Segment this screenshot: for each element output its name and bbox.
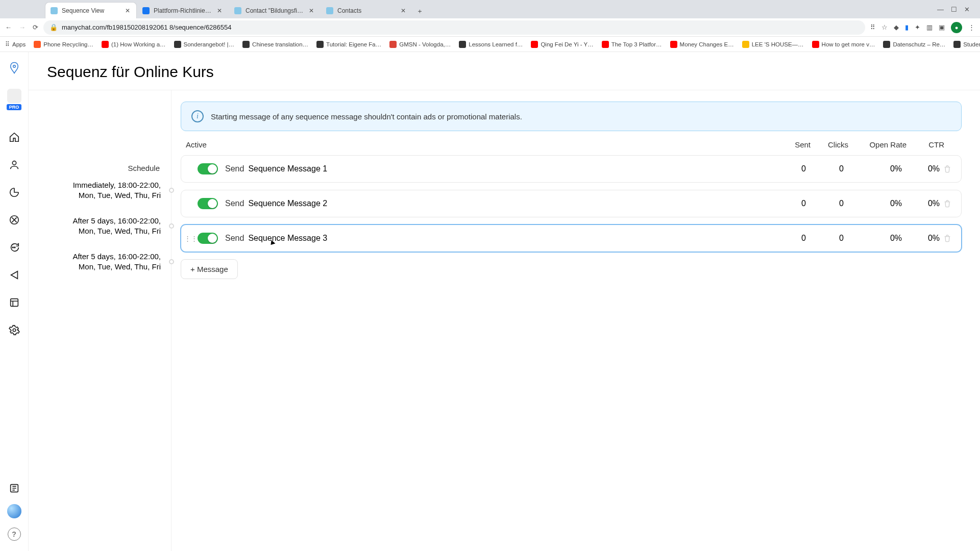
ext-icon-3[interactable]: ▥ bbox=[926, 23, 933, 31]
active-toggle[interactable] bbox=[198, 233, 218, 244]
delete-icon[interactable] bbox=[940, 234, 955, 242]
bookmark-item[interactable]: LEE 'S HOUSE—… bbox=[742, 41, 804, 48]
tab-close-icon[interactable]: ✕ bbox=[400, 7, 407, 14]
tab-close-icon[interactable]: ✕ bbox=[216, 7, 223, 14]
bookmark-favicon bbox=[670, 41, 677, 48]
profile-avatar[interactable]: ● bbox=[951, 22, 962, 33]
maximize-icon[interactable]: ☐ bbox=[951, 6, 957, 13]
minimize-icon[interactable]: — bbox=[937, 6, 944, 13]
bookmark-label: GMSN - Vologda,… bbox=[399, 41, 451, 47]
add-message-button[interactable]: + Message bbox=[181, 259, 238, 279]
nav-livechat[interactable] bbox=[8, 241, 21, 254]
new-tab-button[interactable]: ＋ bbox=[412, 4, 427, 18]
reload-icon[interactable]: ⟳ bbox=[33, 23, 38, 31]
col-header-ctr: CTR bbox=[916, 140, 944, 149]
bookmark-item[interactable]: The Top 3 Platfor… bbox=[602, 41, 662, 48]
message-row[interactable]: ⋮⋮ Send Sequence Message 1 0 0 0% 0% bbox=[181, 155, 962, 183]
timeline-dot bbox=[169, 223, 174, 229]
schedule-line2: Mon, Tue, Wed, Thu, Fri bbox=[29, 190, 161, 201]
tab-favicon bbox=[51, 7, 58, 14]
svg-point-0 bbox=[13, 65, 15, 68]
schedule-cell[interactable]: After 5 days, 16:00-22:00, Mon, Tue, Wed… bbox=[29, 208, 171, 244]
address-bar[interactable]: 🔒 manychat.com/fb198150208192061 8/seque… bbox=[43, 20, 865, 35]
menu-icon[interactable]: ⋮ bbox=[968, 23, 975, 31]
delete-icon[interactable] bbox=[940, 199, 955, 208]
bookmark-item[interactable]: Student Wants an… bbox=[953, 41, 980, 48]
bookmark-favicon bbox=[812, 41, 819, 48]
pro-badge: PRO bbox=[7, 104, 22, 110]
back-icon[interactable]: ← bbox=[5, 23, 12, 31]
tab-close-icon[interactable]: ✕ bbox=[308, 7, 315, 14]
browser-tabstrip: Sequence View ✕ Plattform-Richtlinien – … bbox=[0, 0, 980, 18]
ext-icon-2[interactable]: ▮ bbox=[905, 23, 909, 31]
browser-tab[interactable]: Sequence View ✕ bbox=[45, 2, 137, 18]
info-banner: i Starting message of any sequence messa… bbox=[181, 102, 962, 131]
tab-title: Plattform-Richtlinien – Übersi… bbox=[154, 7, 212, 14]
ext-icon-4[interactable]: ▣ bbox=[939, 23, 945, 31]
schedule-line1: After 5 days, 16:00-22:00, bbox=[29, 252, 161, 262]
bookmark-favicon bbox=[459, 41, 466, 48]
bookmarks-bar: ⠿AppsPhone Recycling…(1) How Working a…S… bbox=[0, 37, 980, 52]
stat-ctr: 0% bbox=[911, 164, 940, 173]
user-avatar[interactable] bbox=[7, 504, 21, 518]
forward-icon[interactable]: → bbox=[19, 23, 26, 31]
nav-automation[interactable] bbox=[8, 213, 21, 227]
schedule-cell[interactable]: After 5 days, 16:00-22:00, Mon, Tue, Wed… bbox=[29, 244, 171, 280]
bookmark-item[interactable]: Money Changes E… bbox=[670, 41, 734, 48]
nav-settings[interactable] bbox=[8, 323, 21, 337]
bookmark-item[interactable]: Sonderangebot! |… bbox=[174, 41, 235, 48]
bookmark-item[interactable]: GMSN - Vologda,… bbox=[389, 41, 451, 48]
active-toggle[interactable] bbox=[198, 163, 218, 174]
close-window-icon[interactable]: ✕ bbox=[964, 6, 970, 13]
bookmark-item[interactable]: (1) How Working a… bbox=[102, 41, 166, 48]
page-title: Sequenz für Online Kurs bbox=[47, 63, 962, 81]
extensions-icon[interactable]: ✦ bbox=[915, 23, 920, 31]
timeline-dot bbox=[169, 188, 174, 193]
browser-tab[interactable]: Plattform-Richtlinien – Übersi… ✕ bbox=[137, 2, 229, 18]
help-icon[interactable]: ? bbox=[8, 528, 21, 541]
star-icon[interactable]: ☆ bbox=[881, 23, 888, 31]
bookmark-item[interactable]: Phone Recycling… bbox=[34, 41, 93, 48]
delete-icon[interactable] bbox=[940, 165, 955, 173]
message-name: Sequence Message 1 bbox=[248, 164, 327, 173]
bookmark-item[interactable]: Lessons Learned f… bbox=[459, 41, 523, 48]
bookmark-item[interactable]: Qing Fei De Yi - Y… bbox=[531, 41, 593, 48]
nav-audience[interactable] bbox=[8, 158, 21, 171]
nav-feed[interactable] bbox=[8, 482, 21, 495]
stat-open-rate: 0% bbox=[853, 164, 902, 173]
bookmark-favicon bbox=[531, 41, 538, 48]
browser-tab[interactable]: Contacts ✕ bbox=[321, 2, 412, 18]
active-toggle[interactable] bbox=[198, 198, 218, 209]
tab-close-icon[interactable]: ✕ bbox=[124, 7, 131, 14]
schedule-line2: Mon, Tue, Wed, Thu, Fri bbox=[29, 262, 161, 272]
bookmark-item[interactable]: How to get more v… bbox=[812, 41, 875, 48]
drag-handle-icon[interactable]: ⋮⋮ bbox=[187, 235, 194, 242]
bookmark-item[interactable]: Tutorial: Eigene Fa… bbox=[316, 41, 381, 48]
svg-point-4 bbox=[14, 247, 15, 248]
bookmark-item[interactable]: Chinese translation… bbox=[242, 41, 308, 48]
bookmark-label: Chinese translation… bbox=[252, 41, 308, 47]
send-label: Send bbox=[225, 234, 244, 243]
bookmark-favicon bbox=[174, 41, 181, 48]
translate-icon[interactable]: ⠿ bbox=[870, 23, 875, 31]
schedule-line1: Immediately, 18:00-22:00, bbox=[29, 180, 161, 190]
tab-favicon bbox=[326, 7, 333, 14]
nav-home[interactable] bbox=[8, 131, 21, 144]
tab-title: Sequence View bbox=[62, 7, 120, 14]
ext-icon-1[interactable]: ◆ bbox=[894, 23, 899, 31]
app-logo[interactable] bbox=[6, 59, 23, 77]
account-switcher[interactable]: PRO bbox=[5, 89, 24, 110]
nav-growth[interactable] bbox=[8, 186, 21, 199]
stat-open-rate: 0% bbox=[853, 234, 902, 243]
browser-tab[interactable]: Contact "Bildungsfirma" throu… ✕ bbox=[229, 2, 321, 18]
message-row[interactable]: ⋮⋮ Send Sequence Message 3 0 0 0% 0% bbox=[181, 224, 962, 252]
schedule-cell[interactable]: Immediately, 18:00-22:00, Mon, Tue, Wed,… bbox=[29, 172, 171, 208]
bookmark-item[interactable]: Datenschutz – Re… bbox=[883, 41, 945, 48]
nav-broadcast[interactable] bbox=[8, 268, 21, 282]
timeline-dot bbox=[169, 259, 174, 264]
stat-sent: 0 bbox=[777, 234, 806, 243]
bookmarks-apps[interactable]: ⠿Apps bbox=[5, 41, 26, 48]
nav-templates[interactable] bbox=[8, 296, 21, 309]
message-row[interactable]: ⋮⋮ Send Sequence Message 2 0 0 0% 0% bbox=[181, 190, 962, 217]
tab-favicon bbox=[142, 7, 150, 14]
